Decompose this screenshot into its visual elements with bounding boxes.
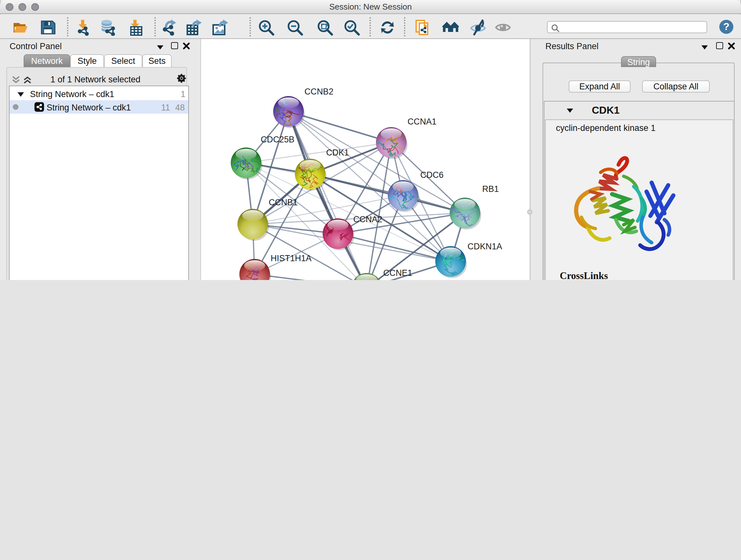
svg-text:CDC25B: CDC25B	[261, 135, 294, 144]
svg-text:RB1: RB1	[482, 184, 499, 194]
svg-text:CCNE1: CCNE1	[383, 268, 412, 278]
svg-text:CDC6: CDC6	[420, 170, 444, 180]
svg-text:CCNB2: CCNB2	[305, 87, 333, 97]
svg-text:CDKN1A: CDKN1A	[468, 242, 502, 251]
svg-text:CCNB1: CCNB1	[269, 198, 298, 207]
svg-text:CCNA2: CCNA2	[353, 214, 382, 224]
svg-text:CCNA1: CCNA1	[408, 117, 436, 126]
svg-text:HIST1H1A: HIST1H1A	[271, 253, 312, 263]
svg-text:CDK1: CDK1	[326, 148, 349, 158]
